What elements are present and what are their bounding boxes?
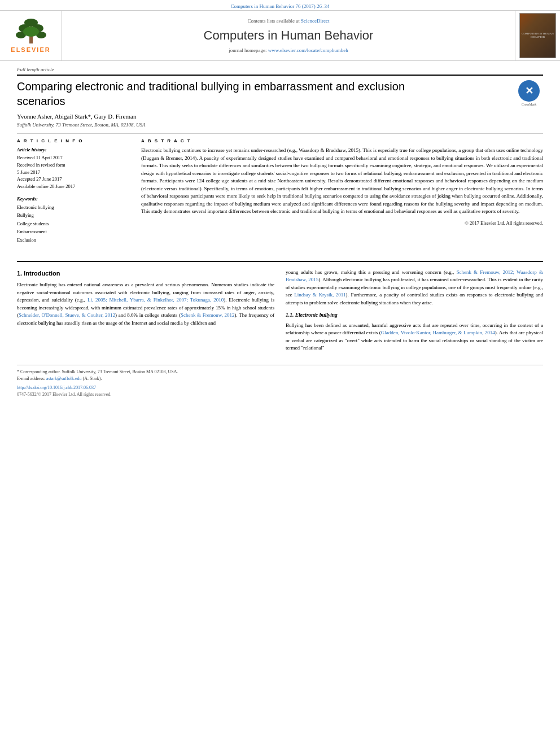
crossmark-badge: ✕ CrossMark: [515, 79, 543, 107]
cover-image: COMPUTERS IN HUMAN BEHAVIOR: [519, 13, 556, 58]
intro-para2: young adults has grown, making this a pr…: [286, 269, 543, 307]
subsection-1-1: 1.1. Electronic bullying: [286, 311, 543, 319]
email-address[interactable]: astark@suffolk.edu: [46, 376, 82, 381]
corresponding-note: * Corresponding author. Suffolk Universi…: [17, 369, 543, 375]
journal-title-area: Contents lists available at ScienceDirec…: [62, 11, 515, 60]
accepted-text: Accepted 27 June 2017: [17, 176, 130, 183]
page: Computers in Human Behavior 76 (2017) 26…: [0, 0, 560, 747]
keyword-1: Electronic bullying: [17, 203, 130, 211]
keyword-2: Bullying: [17, 211, 130, 219]
homepage-line: journal homepage: www.elsevier.com/locat…: [229, 47, 348, 53]
intro-para3: Bullying has been defined as unwanted, h…: [286, 322, 543, 352]
email-suffix: (A. Stark).: [83, 376, 102, 381]
sciencedirect-line: Contents lists available at ScienceDirec…: [248, 18, 330, 24]
keywords-block: Keywords: Electronic bullying Bullying C…: [17, 196, 130, 244]
received-text: Received 11 April 2017: [17, 154, 130, 161]
crossmark-circle: ✕: [518, 80, 540, 102]
ref-li2005: Li, 2005; Mitchell, Ybarra, & Finkelhor,…: [88, 297, 224, 303]
cover-text: COMPUTERS IN HUMAN BEHAVIOR: [522, 32, 554, 39]
crossmark-label: CrossMark: [522, 103, 537, 106]
email-line: E-mail address: astark@suffolk.edu (A. S…: [17, 375, 543, 382]
doi-line[interactable]: http://dx.doi.org/10.1016/j.chb.2017.06.…: [17, 385, 543, 391]
article-title: Comparing electronic and traditional bul…: [17, 79, 412, 108]
issn-line: 0747-5632/© 2017 Elsevier Ltd. All right…: [17, 391, 543, 398]
ref-lindsay: Lindsay & Krysik, 2011: [294, 292, 345, 298]
divider: [17, 133, 543, 134]
available-text: Available online 28 June 2017: [17, 183, 130, 190]
info-abstract-cols: A R T I C L E I N F O Article history: R…: [17, 138, 543, 250]
elsevier-branding: ELSEVIER: [0, 11, 62, 60]
title-row: Comparing electronic and traditional bul…: [17, 79, 543, 113]
keyword-3: College students: [17, 220, 130, 228]
journal-header: ELSEVIER Contents lists available at Sci…: [0, 10, 560, 61]
copyright: © 2017 Elsevier Ltd. All rights reserved…: [141, 220, 543, 226]
body-left-col: 1. Introduction Electronic bullying has …: [17, 269, 274, 356]
revised-date: 5 June 2017: [17, 169, 130, 176]
affiliation: Suffolk University, 73 Tremont Street, B…: [17, 122, 543, 128]
body-columns: 1. Introduction Electronic bullying has …: [17, 269, 543, 356]
email-label: E-mail address:: [17, 376, 45, 381]
homepage-link[interactable]: www.elsevier.com/locate/comphumbeh: [268, 47, 348, 53]
article-type: Full length article: [17, 67, 543, 76]
ref-gladden: Gladden, Vivolo-Kantor, Hamburger, & Lum…: [381, 330, 495, 335]
abstract-header: A B S T R A C T: [141, 138, 543, 143]
article-body: Full length article Comparing electronic…: [0, 61, 560, 404]
ref-schneider: Schneider, O'Donnell, Stueve, & Coulter,…: [19, 312, 115, 318]
footnote-area: * Corresponding author. Suffolk Universi…: [17, 365, 543, 398]
abstract-col: A B S T R A C T Electronic bullying cont…: [141, 138, 543, 250]
abstract-text: Electronic bullying continues to increas…: [141, 147, 543, 216]
elsevier-tree-icon: [14, 18, 48, 46]
journal-title: Computers in Human Behavior: [204, 28, 374, 43]
history-label: Article history:: [17, 147, 130, 152]
keywords-label: Keywords:: [17, 196, 130, 202]
crossmark-icon: ✕: [525, 85, 533, 97]
intro-section-title: 1. Introduction: [17, 269, 274, 278]
authors-text: Yvonne Asher, Abigail Stark*, Gary D. Fi…: [17, 113, 136, 120]
article-info-col: A R T I C L E I N F O Article history: R…: [17, 138, 130, 250]
citation-text: Computers in Human Behavior 76 (2017) 26…: [231, 3, 330, 9]
svg-point-7: [23, 27, 39, 37]
body-right-col: young adults has grown, making this a pr…: [286, 269, 543, 356]
keyword-4: Embarrassment: [17, 228, 130, 235]
keyword-5: Exclusion: [17, 236, 130, 244]
sciencedirect-link[interactable]: ScienceDirect: [301, 18, 329, 24]
article-info-header: A R T I C L E I N F O: [17, 138, 130, 143]
keywords-list: Electronic bullying Bullying College stu…: [17, 203, 130, 244]
intro-para1: Electronic bullying has entered national…: [17, 281, 274, 327]
main-body: 1. Introduction Electronic bullying has …: [17, 261, 543, 356]
elsevier-logo: ELSEVIER: [11, 18, 50, 53]
ref-schenk2: Schenk & Fremouw, 2012; Waasdorp & Brads…: [286, 269, 543, 283]
ref-schenk: Schenk & Fremouw, 2012: [181, 312, 235, 318]
cover-image-area: COMPUTERS IN HUMAN BEHAVIOR: [515, 11, 560, 60]
history-block: Article history: Received 11 April 2017 …: [17, 147, 130, 190]
elsevier-wordmark: ELSEVIER: [11, 46, 50, 53]
revised-text: Received in revised form: [17, 161, 130, 169]
journal-citation: Computers in Human Behavior 76 (2017) 26…: [0, 0, 560, 10]
authors: Yvonne Asher, Abigail Stark*, Gary D. Fi…: [17, 113, 543, 120]
